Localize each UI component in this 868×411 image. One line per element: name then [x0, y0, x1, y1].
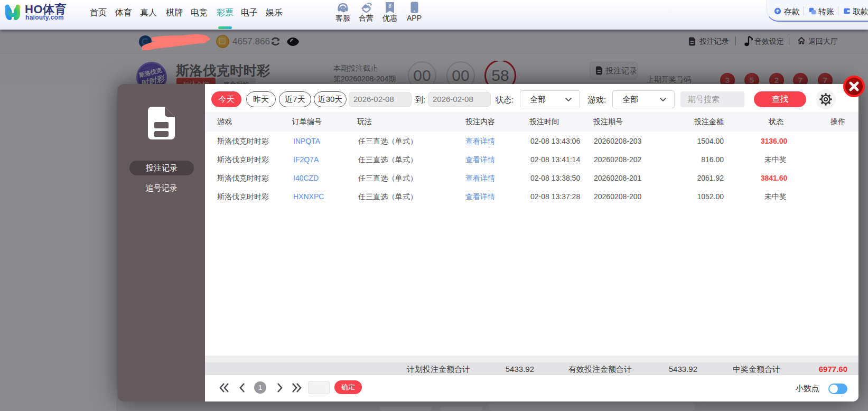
svg-text:¥: ¥	[388, 3, 392, 9]
